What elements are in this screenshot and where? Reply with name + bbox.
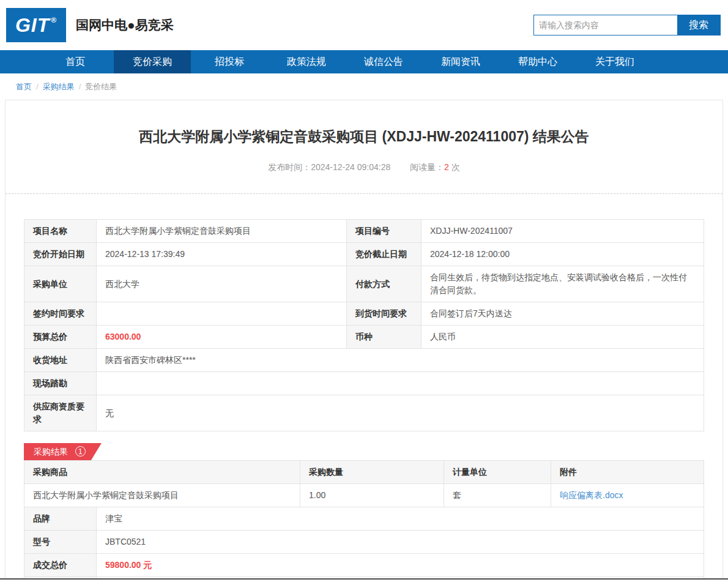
result-badge-label: 采购结果	[34, 447, 68, 457]
unit-value: 套	[444, 484, 551, 507]
main-nav: 首页 竞价采购 招投标 政策法规 诚信公告 新闻资讯 帮助中心 关于我们	[0, 50, 728, 73]
table-header-row: 采购商品 采购数量 计量单位 附件	[24, 461, 704, 484]
purchaser-label: 采购单位	[24, 266, 97, 302]
deal-total-label: 成交总价	[24, 554, 97, 577]
search-input[interactable]	[534, 15, 677, 35]
quantity-header: 采购数量	[300, 461, 444, 484]
delivery-time-value: 合同签订后7天内送达	[422, 302, 704, 326]
budget-total-value: 63000.00	[97, 326, 347, 349]
attachment-cell: 响应偏离表.docx	[551, 484, 704, 507]
breadcrumb-purchase-results[interactable]: 采购结果	[43, 82, 75, 91]
table-row: 西北大学附属小学紫铜定音鼓采购项目 1.00 套 响应偏离表.docx	[24, 484, 704, 507]
announcement-panel: 西北大学附属小学紫铜定音鼓采购项目 (XDJJ-HW-202411007) 结果…	[5, 100, 723, 582]
goods-name-value: 西北大学附属小学紫铜定音鼓采购项目	[24, 484, 300, 507]
nav-item-policies[interactable]: 政策法规	[268, 50, 345, 73]
supplier-qualification-label: 供应商资质要求	[24, 395, 97, 431]
delivery-address-label: 收货地址	[24, 349, 97, 372]
result-badge-number-icon: 1	[75, 446, 86, 457]
table-row: 预算总价 63000.00 币种 人民币	[24, 326, 704, 349]
site-logo[interactable]: GIT®	[6, 8, 66, 42]
quantity-value: 1.00	[300, 484, 444, 507]
breadcrumb-separator: /	[79, 82, 81, 91]
views-unit: 次	[451, 162, 460, 172]
site-survey-value	[97, 372, 704, 395]
project-name-value: 西北大学附属小学紫铜定音鼓采购项目	[97, 220, 347, 243]
table-row: 成交总价 59800.00 元	[24, 554, 704, 577]
budget-total-label: 预算总价	[24, 326, 97, 349]
signing-time-value	[97, 302, 347, 326]
delivery-time-label: 到货时间要求	[347, 302, 422, 326]
breadcrumb-separator: /	[36, 82, 39, 91]
deal-total-value: 59800.00 元	[97, 554, 704, 577]
supplier-qualification-value: 无	[97, 395, 704, 431]
table-row: 签约时间要求 到货时间要求 合同签订后7天内送达	[24, 302, 704, 326]
table-row: 收货地址 陕西省西安市碑林区****	[24, 349, 704, 372]
brand-label: 品牌	[24, 507, 97, 531]
project-number-label: 项目编号	[347, 220, 422, 243]
breadcrumb-current: 竞价结果	[85, 82, 117, 91]
payment-method-value: 合同生效后，待货物到达指定地点、安装调试验收合格后，一次性付清合同货款。	[422, 266, 704, 302]
table-row: 采购单位 西北大学 付款方式 合同生效后，待货物到达指定地点、安装调试验收合格后…	[24, 266, 704, 302]
table-row: 供应商资质要求 无	[24, 395, 704, 431]
project-name-label: 项目名称	[24, 220, 97, 243]
logo-text: GIT	[15, 14, 50, 37]
bid-end-value: 2024-12-18 12:00:00	[422, 243, 704, 266]
nav-item-about-us[interactable]: 关于我们	[576, 50, 653, 73]
search-button[interactable]: 搜索	[677, 15, 720, 35]
nav-item-home[interactable]: 首页	[37, 50, 114, 73]
currency-label: 币种	[347, 326, 422, 349]
table-row: 竞价开始日期 2024-12-13 17:39:49 竞价截止日期 2024-1…	[24, 243, 704, 266]
nav-item-integrity-notice[interactable]: 诚信公告	[345, 50, 422, 73]
site-survey-label: 现场踏勘	[24, 372, 97, 395]
model-value: JBTC0521	[97, 531, 704, 554]
site-header: GIT® 国网中电●易竞采 搜索	[0, 0, 728, 50]
nav-item-bidding-purchase[interactable]: 竞价采购	[114, 50, 191, 73]
page-title: 西北大学附属小学紫铜定音鼓采购项目 (XDJJ-HW-202411007) 结果…	[30, 127, 698, 146]
attachment-header: 附件	[551, 461, 704, 484]
delivery-address-value: 陕西省西安市碑林区****	[97, 349, 704, 372]
bid-start-label: 竞价开始日期	[24, 243, 97, 266]
nav-item-help-center[interactable]: 帮助中心	[499, 50, 576, 73]
payment-method-label: 付款方式	[347, 266, 422, 302]
breadcrumb: 首页/采购结果/竞价结果	[0, 73, 728, 100]
bid-end-label: 竞价截止日期	[347, 243, 422, 266]
purchaser-value: 西北大学	[97, 266, 347, 302]
attachment-link[interactable]: 响应偏离表.docx	[560, 490, 623, 500]
nav-item-news[interactable]: 新闻资讯	[422, 50, 499, 73]
views-label: 阅读量：	[410, 162, 444, 172]
model-label: 型号	[24, 531, 97, 554]
publish-time-label: 发布时间：	[268, 162, 311, 172]
result-section-badge: 采购结果 1	[24, 443, 102, 460]
signing-time-label: 签约时间要求	[24, 302, 97, 326]
table-row: 品牌 津宝	[24, 507, 704, 531]
brand-value: 津宝	[97, 507, 704, 531]
breadcrumb-home[interactable]: 首页	[16, 82, 32, 91]
project-info-table: 项目名称 西北大学附属小学紫铜定音鼓采购项目 项目编号 XDJJ-HW-2024…	[24, 219, 704, 431]
publish-time-value: 2024-12-24 09:04:28	[311, 162, 390, 172]
nav-item-tendering[interactable]: 招投标	[191, 50, 268, 73]
views-count: 2	[444, 162, 449, 172]
article-meta: 发布时间：2024-12-24 09:04:28 阅读量：2 次	[6, 162, 722, 173]
currency-value: 人民币	[422, 326, 704, 349]
result-table: 采购商品 采购数量 计量单位 附件 西北大学附属小学紫铜定音鼓采购项目 1.00…	[24, 460, 704, 582]
registered-trademark-icon: ®	[51, 16, 57, 24]
table-row: 现场踏勘	[24, 372, 704, 395]
goods-header: 采购商品	[24, 461, 300, 484]
bid-start-value: 2024-12-13 17:39:49	[97, 243, 347, 266]
site-title: 国网中电●易竞采	[76, 17, 174, 34]
dashed-divider	[6, 193, 722, 194]
table-row: 项目名称 西北大学附属小学紫铜定音鼓采购项目 项目编号 XDJJ-HW-2024…	[24, 220, 704, 243]
table-row: 型号 JBTC0521	[24, 531, 704, 554]
unit-header: 计量单位	[444, 461, 551, 484]
project-number-value: XDJJ-HW-202411007	[422, 220, 704, 243]
window-bottom-edge	[0, 578, 728, 582]
search-box: 搜索	[533, 15, 721, 35]
